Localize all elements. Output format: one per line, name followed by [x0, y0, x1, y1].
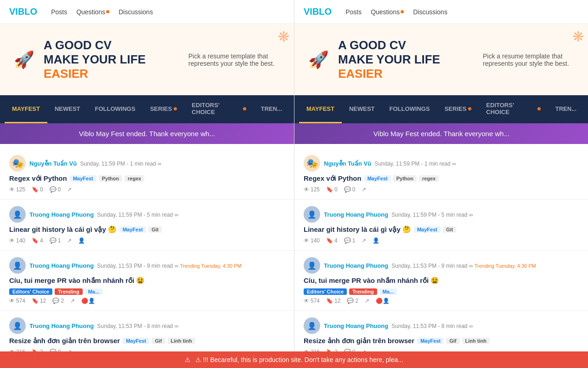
author-left-1[interactable]: Truong Hoang Phuong [29, 211, 94, 218]
tag-ma-left-2[interactable]: Ma... [85, 288, 102, 295]
logo-right[interactable]: VIBLO [304, 6, 332, 17]
title-left-0[interactable]: Regex với Python MayFest Python regex [9, 174, 285, 183]
avatar-left-3: 👤 [9, 317, 26, 334]
article-item-left-1: 👤 Truong Hoang Phuong Sunday, 11:59 PM -… [0, 200, 294, 251]
title-right-3[interactable]: Resize ảnh đơn giản trên browser MayFest… [304, 337, 579, 345]
banner-right-text-right: Pick a resume template that represents y… [483, 52, 575, 67]
nav-questions-right[interactable]: Questions [371, 8, 404, 16]
tag-gif-left-3[interactable]: Gif [152, 338, 165, 344]
nav-discussions-left[interactable]: Discussions [119, 8, 153, 16]
tag-gif-right-3[interactable]: Gif [446, 338, 459, 344]
tab-newest-right[interactable]: NEWEST [342, 95, 382, 123]
nav-questions-left[interactable]: Questions [76, 8, 109, 16]
share-right-2[interactable]: ↗ [365, 298, 369, 304]
article-meta-right-1: 👤 Truong Hoang Phuong Sunday, 11:59 PM -… [304, 206, 579, 223]
tag-trending-left-2[interactable]: Trending [55, 288, 82, 295]
bookmarks-left-0: 🔖 0 [32, 186, 43, 193]
comments-right-0: 💬 0 [344, 186, 356, 193]
date-right-0: Sunday, 11:59 PM - 1 min read ∞ [373, 161, 456, 167]
author-left-0[interactable]: Nguyễn Tuấn Vũ [29, 160, 77, 167]
tag-linh-tinh-left-3[interactable]: Linh tinh [168, 338, 195, 344]
share-right-0[interactable]: ↗ [362, 186, 366, 193]
nav-right: Posts Questions Discussions [345, 8, 447, 16]
tab-trending-left[interactable]: TREN... [254, 95, 289, 123]
article-meta-left-0: 🎭 Nguyễn Tuấn Vũ Sunday, 11:59 PM - 1 mi… [9, 155, 285, 172]
tag-editors-right-2[interactable]: Editors' Choice [304, 288, 347, 295]
banner-line1-right: A GOOD CV [338, 38, 406, 52]
banner-rocket-right: 🚀 [308, 50, 329, 69]
tag-mayfest-left-3[interactable]: MayFest [123, 338, 149, 344]
tag-trending-right-2[interactable]: Trending [349, 288, 377, 295]
stats-left-2: 👁 574 🔖 12 💬 2 ↗ 🔴👤 [9, 298, 285, 304]
article-item-left-0: 🎭 Nguyễn Tuấn Vũ Sunday, 11:59 PM - 1 mi… [0, 149, 294, 200]
author-right-0[interactable]: Nguyễn Tuấn Vũ [324, 160, 371, 167]
tag-mayfest-left-0[interactable]: MayFest [70, 175, 96, 182]
comments-left-0: 💬 0 [50, 186, 61, 193]
nav-discussions-right[interactable]: Discussions [413, 8, 447, 16]
tag-mayfest-right-0[interactable]: MayFest [364, 175, 391, 182]
tab-mayfest-right[interactable]: MAYFEST [299, 95, 342, 123]
series-dot-right [468, 107, 471, 110]
tab-newest-left[interactable]: NEWEST [47, 95, 88, 123]
warning-bar: ⚠ ⚠ !!! Becareful, this is production si… [0, 351, 588, 367]
avatars-left-2: 🔴👤 [81, 298, 95, 304]
tab-editors-right[interactable]: EDITORS' CHOICE [479, 95, 548, 123]
author-right-1[interactable]: Truong Hoang Phuong [324, 211, 388, 218]
tag-python-right-0[interactable]: Python [393, 175, 417, 182]
tags-left-3: MayFest Gif Linh tinh [123, 338, 195, 344]
warning-text: ⚠ !!! Becareful, this is production site… [195, 356, 403, 363]
nav-posts-right[interactable]: Posts [345, 8, 362, 16]
tab-trending-right[interactable]: TREN... [548, 95, 584, 123]
tab-series-right[interactable]: SERIES [437, 95, 479, 123]
nav-posts-left[interactable]: Posts [51, 8, 67, 16]
tab-followings-right[interactable]: FOLLOWINGS [382, 95, 437, 123]
tag-git-left-1[interactable]: Git [148, 226, 162, 233]
tab-series-left[interactable]: SERIES [143, 95, 185, 123]
banner-right-text-left: Pick a resume template that represents y… [188, 52, 280, 67]
author-left-3[interactable]: Truong Hoang Phuong [29, 322, 94, 329]
banner-rocket-left: 🚀 [14, 50, 34, 69]
tags-right-1: MayFest Git [414, 226, 456, 233]
tag-mayfest-right-1[interactable]: MayFest [414, 226, 441, 233]
tag-regex-right-0[interactable]: regex [419, 175, 439, 182]
date-left-0: Sunday, 11:59 PM - 1 min read ∞ [79, 161, 161, 167]
views-right-1: 👁 140 [304, 237, 320, 244]
banner-line3-right: EASIER [338, 67, 474, 81]
tag-linh-tinh-right-3[interactable]: Linh tinh [462, 338, 490, 344]
tag-git-right-1[interactable]: Git [443, 226, 456, 233]
tag-editors-left-2[interactable]: Editors' Choice [9, 288, 52, 295]
share-left-1[interactable]: ↗ [67, 237, 72, 244]
article-meta-right-0: 🎭 Nguyễn Tuấn Vũ Sunday, 11:59 PM - 1 mi… [304, 155, 579, 172]
series-dot-left [174, 107, 177, 110]
avatar-right-0: 🎭 [304, 155, 320, 172]
logo-left[interactable]: VIBLO [9, 6, 37, 17]
title-right-1[interactable]: Linear git history là cái gì vậy 🤔 MayFe… [304, 225, 579, 234]
tab-followings-left[interactable]: FOLLOWINGS [88, 95, 143, 123]
title-left-1[interactable]: Linear git history là cái gì vậy 🤔 MayFe… [9, 225, 285, 234]
banner-right: 🚀 A GOOD CV MAKE YOUR LIFE EASIER Pick a… [294, 24, 588, 95]
tab-mayfest-left[interactable]: MAYFEST [5, 95, 47, 123]
author-right-2[interactable]: Truong Hoang Phuong [324, 262, 388, 269]
share-right-1[interactable]: ↗ [362, 237, 366, 244]
tag-python-left-0[interactable]: Python [99, 175, 122, 182]
title-right-0[interactable]: Regex với Python MayFest Python regex [304, 174, 579, 183]
header-right: VIBLO Posts Questions Discussions [294, 0, 588, 24]
title-left-2[interactable]: Cíu, tui merge PR vào nhầm nhánh rồi 😫 [9, 276, 285, 285]
author-left-2[interactable]: Truong Hoang Phuong [29, 262, 94, 269]
bookmarks-left-2: 🔖 12 [32, 298, 46, 304]
tab-editors-left[interactable]: EDITORS' CHOICE [184, 95, 253, 123]
mayfest-banner-right: Viblo May Fest ended. Thank everyone wh.… [294, 123, 588, 144]
tag-ma-right-2[interactable]: Ma... [379, 288, 397, 295]
tag-regex-left-0[interactable]: regex [124, 175, 144, 182]
comments-right-2: 💬 2 [347, 298, 358, 304]
tag-mayfest-right-3[interactable]: MayFest [417, 338, 444, 344]
share-left-0[interactable]: ↗ [67, 186, 72, 193]
tabs-left: MAYFEST NEWEST FOLLOWINGS SERIES EDITORS… [0, 95, 294, 123]
views-left-1: 👁 140 [9, 237, 25, 244]
title-right-2[interactable]: Cíu, tui merge PR vào nhầm nhánh rồi 😫 [304, 276, 579, 285]
share-left-2[interactable]: ↗ [70, 298, 75, 304]
tag-mayfest-left-1[interactable]: MayFest [119, 226, 146, 233]
author-right-3[interactable]: Truong Hoang Phuong [324, 322, 388, 329]
left-panel: VIBLO Posts Questions Discussions 🚀 A GO… [0, 0, 294, 367]
title-left-3[interactable]: Resize ảnh đơn giản trên browser MayFest… [9, 337, 285, 345]
